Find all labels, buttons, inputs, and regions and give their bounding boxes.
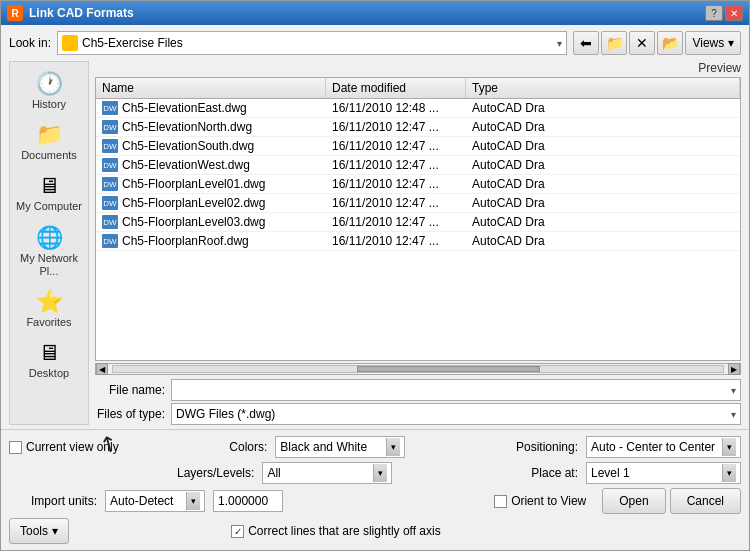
place-at-combo[interactable]: Level 1 ▾ bbox=[586, 462, 741, 484]
sidebar-item-network-label: My Network Pl... bbox=[14, 252, 84, 278]
scroll-thumb[interactable] bbox=[357, 366, 540, 372]
orient-to-view-checkbox[interactable] bbox=[494, 495, 507, 508]
dwg-file-icon: DW bbox=[102, 196, 118, 210]
new-folder-button[interactable]: 📂 bbox=[657, 31, 683, 55]
action-buttons: Open Cancel bbox=[602, 488, 741, 514]
table-row[interactable]: DW Ch5-ElevationNorth.dwg 16/11/2010 12:… bbox=[96, 118, 740, 137]
layers-combo[interactable]: All ▾ bbox=[262, 462, 392, 484]
dwg-file-icon: DW bbox=[102, 101, 118, 115]
bottom-panel: Current view only ↙ Colors: Black and Wh… bbox=[1, 429, 749, 550]
cancel-button[interactable]: Cancel bbox=[670, 488, 741, 514]
sidebar-item-my-computer[interactable]: 🖥 My Computer bbox=[10, 168, 88, 217]
file-type-cell: AutoCAD Dra bbox=[466, 213, 740, 231]
file-type-cell: AutoCAD Dra bbox=[466, 99, 740, 117]
file-name-arrow-icon: ▾ bbox=[731, 385, 736, 396]
arrow-indicator: ↙ bbox=[94, 429, 123, 461]
colors-value: Black and White bbox=[280, 440, 384, 454]
table-row[interactable]: DW Ch5-FloorplanRoof.dwg 16/11/2010 12:4… bbox=[96, 232, 740, 251]
import-units-value: Auto-Detect bbox=[110, 494, 184, 508]
help-button[interactable]: ? bbox=[705, 5, 723, 21]
file-type-cell: AutoCAD Dra bbox=[466, 194, 740, 212]
table-row[interactable]: DW Ch5-ElevationWest.dwg 16/11/2010 12:4… bbox=[96, 156, 740, 175]
file-name-cell: DW Ch5-FloorplanLevel02.dwg bbox=[96, 194, 326, 212]
up-button[interactable]: 📁 bbox=[601, 31, 627, 55]
back-button[interactable]: ⬅ bbox=[573, 31, 599, 55]
scroll-track[interactable] bbox=[112, 365, 724, 373]
close-button[interactable]: ✕ bbox=[725, 5, 743, 21]
file-date-cell: 16/11/2010 12:47 ... bbox=[326, 156, 466, 174]
file-area: Preview Name Date modified Type DW Ch5-E… bbox=[95, 61, 741, 425]
dwg-file-icon: DW bbox=[102, 215, 118, 229]
col-header-type[interactable]: Type bbox=[466, 78, 740, 98]
combo-arrow-icon: ▾ bbox=[557, 38, 562, 49]
file-list[interactable]: Name Date modified Type DW Ch5-Elevation… bbox=[95, 77, 741, 361]
scroll-right-btn[interactable]: ▶ bbox=[728, 363, 740, 375]
file-name-input[interactable]: ▾ bbox=[171, 379, 741, 401]
horizontal-scrollbar[interactable]: ◀ ▶ bbox=[95, 363, 741, 375]
colors-combo[interactable]: Black and White ▾ bbox=[275, 436, 405, 458]
files-of-type-label: Files of type: bbox=[95, 407, 165, 421]
file-name-text: Ch5-FloorplanRoof.dwg bbox=[122, 234, 249, 248]
sidebar-item-computer-label: My Computer bbox=[16, 200, 82, 213]
open-button[interactable]: Open bbox=[602, 488, 665, 514]
favorites-icon: ⭐ bbox=[33, 288, 65, 316]
tools-arrow-icon: ▾ bbox=[52, 524, 58, 538]
sidebar-item-history[interactable]: 🕐 History bbox=[10, 66, 88, 115]
import-units-label: Import units: bbox=[31, 494, 97, 508]
documents-icon: 📁 bbox=[33, 121, 65, 149]
positioning-combo[interactable]: Auto - Center to Center ▾ bbox=[586, 436, 741, 458]
sidebar-item-documents[interactable]: 📁 Documents bbox=[10, 117, 88, 166]
col-header-date[interactable]: Date modified bbox=[326, 78, 466, 98]
views-button[interactable]: Views ▾ bbox=[685, 31, 741, 55]
file-name-text: Ch5-FloorplanLevel01.dwg bbox=[122, 177, 265, 191]
files-of-type-input[interactable]: DWG Files (*.dwg) ▾ bbox=[171, 403, 741, 425]
look-in-combo[interactable]: Ch5-Exercise Files ▾ bbox=[57, 31, 567, 55]
title-controls: ? ✕ bbox=[705, 5, 743, 21]
table-row[interactable]: DW Ch5-FloorplanLevel01.dwg 16/11/2010 1… bbox=[96, 175, 740, 194]
import-units-combo[interactable]: Auto-Detect ▾ bbox=[105, 490, 205, 512]
sidebar-item-desktop[interactable]: 🖥 Desktop bbox=[10, 335, 88, 384]
place-at-value: Level 1 bbox=[591, 466, 720, 480]
file-date-cell: 16/11/2010 12:47 ... bbox=[326, 194, 466, 212]
import-units-arrow-icon: ▾ bbox=[186, 492, 200, 510]
layers-label: Layers/Levels: bbox=[177, 466, 254, 480]
file-date-cell: 16/11/2010 12:47 ... bbox=[326, 137, 466, 155]
scroll-left-btn[interactable]: ◀ bbox=[96, 363, 108, 375]
sidebar-item-history-label: History bbox=[32, 98, 66, 111]
correct-lines-label: Correct lines that are slightly off axis bbox=[248, 524, 441, 538]
delete-button[interactable]: ✕ bbox=[629, 31, 655, 55]
table-row[interactable]: DW Ch5-ElevationSouth.dwg 16/11/2010 12:… bbox=[96, 137, 740, 156]
file-type-cell: AutoCAD Dra bbox=[466, 156, 740, 174]
my-network-icon: 🌐 bbox=[33, 224, 65, 252]
col-header-name[interactable]: Name bbox=[96, 78, 326, 98]
orient-to-view-row: Orient to View bbox=[494, 494, 586, 508]
sidebar-item-favorites[interactable]: ⭐ Favorites bbox=[10, 284, 88, 333]
sidebar-item-my-network[interactable]: 🌐 My Network Pl... bbox=[10, 220, 88, 282]
sidebar-item-desktop-label: Desktop bbox=[29, 367, 69, 380]
correct-lines-checkbox[interactable] bbox=[231, 525, 244, 538]
main-window: R Link CAD Formats ? ✕ Look in: Ch5-Exer… bbox=[0, 0, 750, 551]
sidebar: 🕐 History 📁 Documents 🖥 My Computer 🌐 My… bbox=[9, 61, 89, 425]
positioning-label: Positioning: bbox=[516, 440, 578, 454]
current-view-checkbox[interactable] bbox=[9, 441, 22, 454]
file-name-text: Ch5-ElevationEast.dwg bbox=[122, 101, 247, 115]
correct-lines-row: Correct lines that are slightly off axis bbox=[231, 524, 441, 538]
file-date-cell: 16/11/2010 12:47 ... bbox=[326, 175, 466, 193]
tools-label: Tools bbox=[20, 524, 48, 538]
app-icon: R bbox=[7, 5, 23, 21]
folder-icon bbox=[62, 35, 78, 51]
import-units-number[interactable]: 1.000000 bbox=[213, 490, 283, 512]
tools-button[interactable]: Tools ▾ bbox=[9, 518, 69, 544]
table-row[interactable]: DW Ch5-ElevationEast.dwg 16/11/2010 12:4… bbox=[96, 99, 740, 118]
file-name-text: Ch5-ElevationNorth.dwg bbox=[122, 120, 252, 134]
title-bar: R Link CAD Formats ? ✕ bbox=[1, 1, 749, 25]
history-icon: 🕐 bbox=[33, 70, 65, 98]
table-row[interactable]: DW Ch5-FloorplanLevel02.dwg 16/11/2010 1… bbox=[96, 194, 740, 213]
dwg-file-icon: DW bbox=[102, 234, 118, 248]
file-name-cell: DW Ch5-ElevationEast.dwg bbox=[96, 99, 326, 117]
layers-arrow-icon: ▾ bbox=[373, 464, 387, 482]
table-row[interactable]: DW Ch5-FloorplanLevel03.dwg 16/11/2010 1… bbox=[96, 213, 740, 232]
file-type-cell: AutoCAD Dra bbox=[466, 175, 740, 193]
window-title: Link CAD Formats bbox=[29, 6, 134, 20]
sidebar-item-documents-label: Documents bbox=[21, 149, 77, 162]
